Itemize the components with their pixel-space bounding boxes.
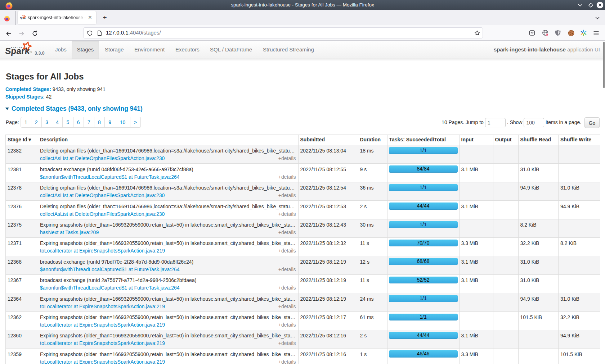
svg-text:Spark: Spark	[20, 17, 26, 20]
